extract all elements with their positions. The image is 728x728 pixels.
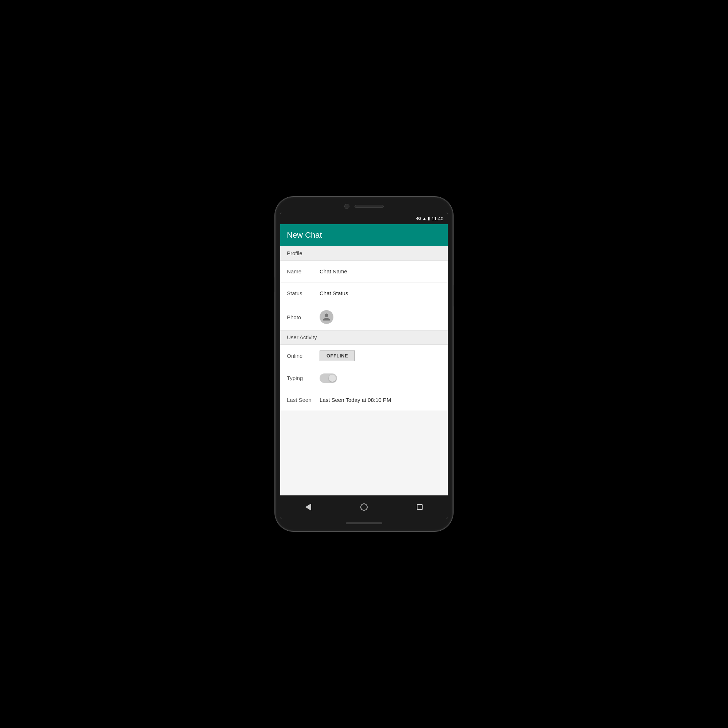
name-label: Name [287, 268, 320, 274]
home-button[interactable] [355, 500, 373, 514]
photo-row: Photo [280, 304, 448, 330]
status-row: Status Chat Status [280, 283, 448, 304]
online-label: Online [287, 353, 320, 359]
status-bar: 4G ▲ ▮ 11:40 [280, 213, 448, 224]
recents-icon [417, 504, 423, 510]
speaker [355, 205, 384, 208]
online-row: Online OFFLINE [280, 345, 448, 367]
recents-button[interactable] [411, 500, 429, 514]
person-icon [322, 313, 331, 321]
user-activity-header-text: User Activity [287, 334, 317, 340]
camera [344, 204, 349, 209]
phone-screen: 4G ▲ ▮ 11:40 New Chat Profile Name Chat … [280, 213, 448, 519]
back-icon [305, 503, 311, 511]
profile-section-header: Profile [280, 246, 448, 261]
volume-button[interactable] [274, 277, 275, 292]
battery-icon: ▮ [428, 216, 430, 221]
typing-toggle[interactable] [320, 373, 337, 383]
toggle-thumb [329, 375, 336, 382]
photo-avatar[interactable] [320, 310, 333, 324]
status-label: Status [287, 290, 320, 296]
last-seen-row: Last Seen Last Seen Today at 08:10 PM [280, 389, 448, 411]
typing-label: Typing [287, 375, 320, 381]
app-bar: New Chat [280, 224, 448, 246]
photo-label: Photo [287, 314, 320, 320]
name-row: Name Chat Name [280, 261, 448, 283]
status-time: 11:40 [431, 216, 444, 221]
phone-bottom [281, 519, 447, 526]
nav-bar [280, 496, 448, 519]
content-area: Profile Name Chat Name Status Chat Statu… [280, 246, 448, 496]
signal-icon: ▲ [423, 216, 427, 220]
offline-button[interactable]: OFFLINE [320, 350, 355, 361]
phone-device: 4G ▲ ▮ 11:40 New Chat Profile Name Chat … [275, 197, 453, 531]
power-button[interactable] [453, 284, 454, 306]
last-seen-label: Last Seen [287, 397, 320, 403]
user-activity-section-header: User Activity [280, 330, 448, 345]
signal-text: 4G [416, 217, 421, 220]
phone-top [281, 204, 447, 209]
status-icons: 4G ▲ ▮ 11:40 [416, 216, 444, 221]
home-indicator [346, 522, 382, 524]
last-seen-value: Last Seen Today at 08:10 PM [320, 397, 441, 403]
profile-header-text: Profile [287, 250, 303, 256]
status-value[interactable]: Chat Status [320, 290, 441, 296]
back-button[interactable] [299, 500, 317, 514]
home-icon [360, 503, 368, 511]
app-title: New Chat [287, 230, 322, 240]
typing-row: Typing [280, 367, 448, 389]
name-value[interactable]: Chat Name [320, 268, 441, 274]
